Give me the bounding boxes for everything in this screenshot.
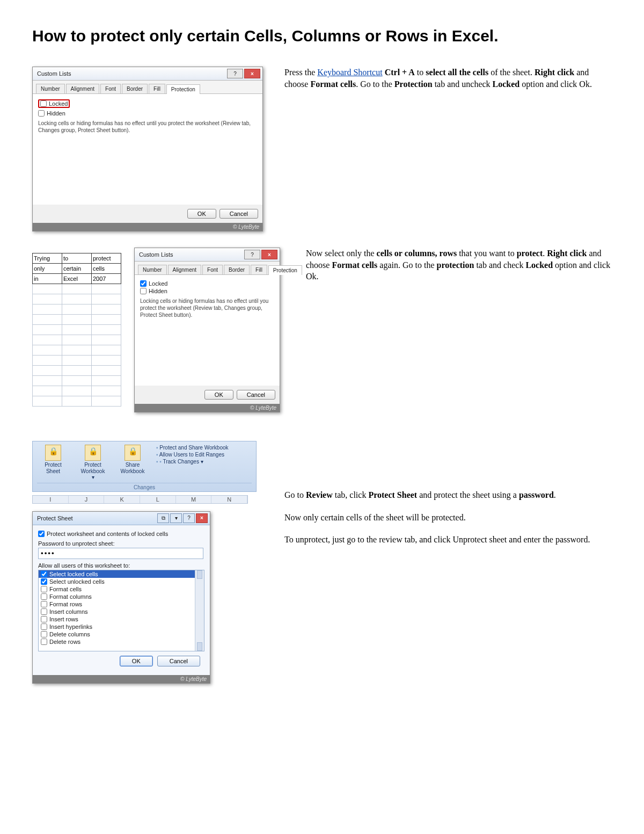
- allow-users-edit-ranges-button[interactable]: Allow Users to Edit Ranges: [156, 452, 229, 458]
- permission-label: Delete columns: [49, 631, 90, 637]
- permission-item[interactable]: Format cells: [39, 585, 204, 593]
- lock-icon: [45, 445, 61, 461]
- permission-item[interactable]: Select unlocked cells: [39, 578, 204, 585]
- help-button[interactable]: ?: [183, 513, 195, 523]
- scrollbar[interactable]: [195, 570, 204, 651]
- ok-button[interactable]: OK: [187, 209, 216, 219]
- locked-label: Locked: [149, 280, 167, 287]
- protect-workbook-button[interactable]: Protect Workbook ▾: [77, 445, 109, 481]
- permission-checkbox[interactable]: [41, 639, 47, 645]
- help-button[interactable]: ?: [227, 69, 243, 78]
- permission-label: Format cells: [49, 586, 82, 592]
- permission-label: Delete rows: [49, 639, 80, 645]
- locked-checkbox[interactable]: [40, 100, 47, 107]
- permission-label: Insert columns: [49, 608, 88, 615]
- locked-label: Locked: [49, 100, 68, 107]
- permission-label: Select locked cells: [49, 571, 98, 577]
- locked-checkbox[interactable]: [140, 280, 147, 287]
- permission-checkbox[interactable]: [41, 578, 47, 585]
- format-cells-dialog-1: Custom Lists ? × Number Alignment Font B…: [32, 67, 263, 231]
- page-title: How to protect only certain Cells, Colum…: [32, 27, 612, 45]
- permission-label: Select unlocked cells: [49, 578, 105, 585]
- ok-button[interactable]: OK: [120, 656, 153, 666]
- permission-item[interactable]: Insert columns: [39, 608, 204, 615]
- permission-item[interactable]: Format rows: [39, 600, 204, 608]
- dialog-title: Custom Lists: [37, 70, 71, 77]
- cancel-button[interactable]: Cancel: [157, 656, 200, 666]
- permission-checkbox[interactable]: [41, 608, 47, 615]
- lock-icon: [85, 445, 101, 461]
- share-icon: [125, 445, 141, 461]
- protection-note: Locking cells or hiding formulas has no …: [38, 120, 257, 134]
- format-cells-dialog-2: Custom Lists ? × Number Alignment Font B…: [134, 248, 280, 412]
- password-input[interactable]: [38, 548, 203, 559]
- permission-item[interactable]: Insert hyperlinks: [39, 623, 204, 630]
- watermark: © LyteByte: [33, 675, 210, 683]
- share-workbook-button[interactable]: Share Workbook: [116, 445, 149, 474]
- protect-contents-label: Protect worksheet and contents of locked…: [47, 531, 168, 537]
- watermark: © LyteByte: [33, 223, 262, 231]
- permission-item[interactable]: Format columns: [39, 593, 204, 600]
- tab-alignment[interactable]: Alignment: [66, 84, 99, 93]
- tab-number[interactable]: Number: [138, 265, 167, 274]
- tab-border[interactable]: Border: [122, 84, 148, 93]
- track-changes-button[interactable]: Track Changes ▾: [156, 459, 229, 465]
- watermark: © LyteByte: [135, 404, 280, 412]
- column-headers: IJKLMN: [32, 495, 248, 504]
- tab-number[interactable]: Number: [36, 84, 65, 93]
- permission-checkbox[interactable]: [41, 601, 47, 607]
- permission-checkbox[interactable]: [41, 631, 47, 637]
- ribbon-group-label: Changes: [37, 483, 252, 490]
- tab-protection[interactable]: Protection: [166, 84, 200, 94]
- permission-checkbox[interactable]: [41, 623, 47, 630]
- step3-text: Go to Review tab, click Protect Sheet an…: [284, 441, 612, 556]
- permission-item[interactable]: Delete rows: [39, 638, 204, 646]
- permission-checkbox[interactable]: [41, 616, 47, 622]
- tab-border[interactable]: Border: [224, 265, 250, 274]
- protect-contents-checkbox[interactable]: [38, 531, 45, 537]
- figure-2: Tryingtoprotect onlycertaincells inExcel…: [32, 248, 284, 425]
- tab-font[interactable]: Font: [202, 265, 223, 274]
- dialog-tabs: Number Alignment Font Border Fill Protec…: [33, 81, 262, 94]
- close-button[interactable]: ×: [196, 513, 208, 523]
- dialog-title: Custom Lists: [139, 251, 173, 258]
- password-label: Password to unprotect sheet:: [38, 540, 204, 547]
- permission-checkbox[interactable]: [41, 593, 47, 600]
- tab-font[interactable]: Font: [100, 84, 121, 93]
- hidden-label: Hidden: [149, 288, 167, 294]
- hidden-checkbox[interactable]: [38, 110, 45, 117]
- protection-note: Locking cells or hiding formulas has no …: [140, 298, 274, 318]
- toolbar-icon[interactable]: ⧉: [157, 513, 169, 523]
- ok-button[interactable]: OK: [204, 390, 233, 400]
- permission-checkbox[interactable]: [41, 571, 47, 577]
- cancel-button[interactable]: Cancel: [219, 209, 258, 219]
- step1-text: Press the Keyboard Shortcut Ctrl + A to …: [284, 67, 612, 100]
- permission-label: Format columns: [49, 593, 92, 600]
- close-button[interactable]: ×: [244, 69, 260, 78]
- permission-item[interactable]: Delete columns: [39, 630, 204, 638]
- dropdown-icon[interactable]: ▾: [170, 513, 182, 523]
- permission-checkbox[interactable]: [41, 586, 47, 592]
- protect-share-workbook-button[interactable]: Protect and Share Workbook: [156, 445, 229, 451]
- step2-text: Now select only the cells or columns, ro…: [306, 248, 612, 293]
- close-button[interactable]: ×: [261, 250, 277, 259]
- tab-protection[interactable]: Protection: [268, 265, 302, 275]
- tab-fill[interactable]: Fill: [251, 265, 267, 274]
- tab-fill[interactable]: Fill: [149, 84, 165, 93]
- permission-label: Format rows: [49, 601, 82, 607]
- hidden-checkbox[interactable]: [140, 288, 147, 294]
- tab-alignment[interactable]: Alignment: [168, 265, 201, 274]
- permission-label: Insert rows: [49, 616, 78, 622]
- permission-item[interactable]: Insert rows: [39, 615, 204, 623]
- keyboard-shortcut-link[interactable]: Keyboard Shortcut: [317, 68, 382, 77]
- permission-item[interactable]: Select locked cells: [39, 570, 204, 578]
- dialog-title: Protect Sheet: [37, 515, 73, 521]
- permission-label: Insert hyperlinks: [49, 623, 92, 630]
- help-button[interactable]: ?: [244, 250, 260, 259]
- allow-label: Allow all users of this worksheet to:: [38, 562, 204, 569]
- review-ribbon: Protect Sheet Protect Workbook ▾ Share W…: [32, 441, 257, 492]
- locked-checkbox-highlight: Locked: [38, 99, 70, 108]
- permissions-list[interactable]: Select locked cellsSelect unlocked cells…: [38, 570, 204, 651]
- cancel-button[interactable]: Cancel: [237, 390, 275, 400]
- protect-sheet-button[interactable]: Protect Sheet: [37, 445, 69, 474]
